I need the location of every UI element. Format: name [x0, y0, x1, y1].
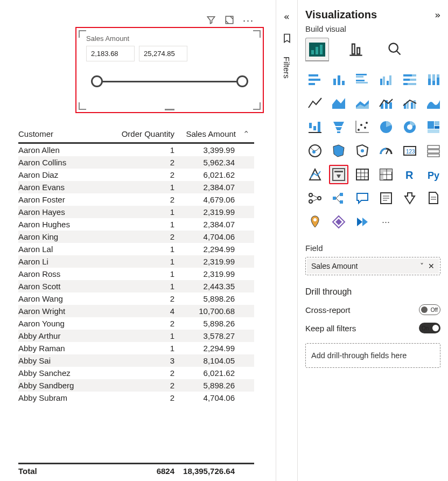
matrix-icon[interactable]: [376, 165, 396, 184]
slicer-max-input[interactable]: [139, 46, 187, 61]
table-row[interactable]: Abby Arthur13,578.27: [18, 330, 254, 342]
slicer-icon[interactable]: [329, 165, 348, 184]
arcgis-icon[interactable]: [305, 212, 325, 232]
waterfall-icon[interactable]: [305, 117, 325, 137]
keep-filters-toggle[interactable]: On: [419, 323, 440, 333]
table-row[interactable]: Aaron Young25,898.26: [18, 317, 254, 330]
slicer-handle-max[interactable]: [236, 75, 248, 87]
filled-map-icon[interactable]: [329, 141, 348, 161]
goals-icon[interactable]: [400, 189, 419, 208]
power-apps-icon[interactable]: [329, 212, 348, 232]
card-icon[interactable]: 123: [400, 141, 419, 161]
table-row[interactable]: Aaron Wright410,700.68: [18, 305, 254, 317]
table-row[interactable]: Abby Subram24,704.06: [18, 392, 254, 404]
table-row[interactable]: Abby Raman12,294.99: [18, 342, 254, 354]
slicer-handle-min[interactable]: [91, 75, 103, 87]
table-visual[interactable]: Customer Order Quantity Sales Amount ⌃ A…: [18, 129, 254, 476]
python-visual-icon[interactable]: Py: [424, 165, 443, 184]
field-well[interactable]: Sales Amount ˅ ✕: [305, 257, 440, 275]
r-visual-icon[interactable]: R: [400, 165, 419, 184]
table-row[interactable]: Aaron Diaz26,021.62: [18, 169, 254, 181]
paginated-report-icon[interactable]: [424, 189, 443, 208]
table-row[interactable]: Abby Sandberg25,898.26: [18, 379, 254, 392]
collapse-left-icon[interactable]: «: [284, 11, 290, 22]
col-header-customer[interactable]: Customer: [18, 129, 110, 139]
selection-handle-br[interactable]: [253, 102, 261, 110]
kpi-icon[interactable]: [305, 165, 325, 184]
table-row[interactable]: Aaron Lal12,294.99: [18, 243, 254, 255]
stacked-area-icon[interactable]: [353, 94, 372, 113]
svg-marker-106: [335, 219, 342, 225]
analytics-tab[interactable]: [383, 38, 407, 61]
100-stacked-column-icon[interactable]: [424, 70, 443, 89]
table-row[interactable]: Aaron King24,704.06: [18, 231, 254, 243]
slicer-min-input[interactable]: [86, 46, 135, 61]
funnel-chart-icon[interactable]: [329, 117, 348, 137]
decomposition-tree-icon[interactable]: [329, 189, 348, 208]
qna-icon[interactable]: [353, 189, 372, 208]
col-header-sales[interactable]: Sales Amount: [174, 129, 238, 139]
table-row[interactable]: Aaron Hayes12,319.99: [18, 206, 254, 218]
map-icon[interactable]: [305, 141, 325, 161]
bookmark-icon[interactable]: [282, 33, 292, 46]
cross-report-toggle[interactable]: Off: [419, 304, 440, 315]
table-row[interactable]: Aaron Allen13,399.99: [18, 144, 254, 156]
ribbon-chart-icon[interactable]: [424, 94, 443, 113]
line-chart-icon[interactable]: [305, 94, 325, 113]
table-row[interactable]: Aaron Collins25,962.34: [18, 156, 254, 169]
svg-line-96: [336, 194, 340, 198]
line-clustered-column-icon[interactable]: [400, 94, 419, 113]
key-influencers-icon[interactable]: [305, 189, 325, 208]
col-header-qty[interactable]: Order Quantity: [110, 129, 174, 139]
table-icon[interactable]: [353, 165, 372, 184]
slicer-track[interactable]: [97, 74, 242, 90]
table-row[interactable]: Aaron Li12,319.99: [18, 255, 254, 268]
slicer-visual[interactable]: Sales Amount: [75, 27, 264, 113]
table-row[interactable]: Abby Sanchez26,021.62: [18, 367, 254, 379]
funnel-icon[interactable]: [206, 15, 216, 27]
table-row[interactable]: Aaron Evans12,384.07: [18, 181, 254, 193]
table-row[interactable]: Aaron Ross12,319.99: [18, 268, 254, 280]
table-row[interactable]: Aaron Foster24,679.06: [18, 193, 254, 206]
svg-rect-3: [316, 47, 318, 54]
selection-handle-bl[interactable]: [79, 102, 86, 110]
gauge-icon[interactable]: [376, 141, 396, 161]
clustered-bar-icon[interactable]: [353, 70, 372, 89]
get-more-visuals-icon[interactable]: ···: [376, 212, 396, 232]
clustered-column-icon[interactable]: [376, 70, 396, 89]
table-row[interactable]: Aaron Scott12,443.35: [18, 280, 254, 292]
treemap-icon[interactable]: [424, 117, 443, 137]
table-row[interactable]: Abby Sai38,104.05: [18, 354, 254, 367]
focus-icon[interactable]: [225, 15, 234, 27]
selection-handle-tl[interactable]: [79, 30, 86, 38]
area-chart-icon[interactable]: [329, 94, 348, 113]
svg-rect-29: [428, 74, 431, 79]
svg-point-104: [313, 218, 317, 221]
multi-row-card-icon[interactable]: [424, 141, 443, 161]
cell-qty: 2: [110, 294, 174, 303]
remove-field-icon[interactable]: ✕: [428, 262, 435, 270]
field-chip[interactable]: Sales Amount ˅ ✕: [307, 259, 439, 274]
expand-caret-icon[interactable]: ⌃: [238, 129, 254, 139]
table-row[interactable]: Aaron Hughes12,384.07: [18, 218, 254, 231]
line-stacked-column-icon[interactable]: [376, 94, 396, 113]
stacked-column-icon[interactable]: [329, 70, 348, 89]
selection-handle-tr[interactable]: [253, 30, 261, 38]
filters-pane-collapsed[interactable]: « Filters: [276, 0, 297, 481]
table-row[interactable]: Aaron Wang25,898.26: [18, 292, 254, 305]
100-stacked-bar-icon[interactable]: [400, 70, 419, 89]
stacked-bar-icon[interactable]: [305, 70, 325, 89]
smart-narrative-icon[interactable]: [376, 189, 396, 208]
donut-chart-icon[interactable]: [400, 117, 419, 137]
drill-through-dropzone[interactable]: Add drill-through fields here: [305, 343, 440, 368]
scatter-chart-icon[interactable]: [353, 117, 372, 137]
expand-right-icon[interactable]: »: [435, 9, 440, 20]
build-visual-tab[interactable]: [305, 38, 329, 61]
chevron-down-icon[interactable]: ˅: [420, 262, 424, 270]
power-automate-icon[interactable]: [353, 212, 372, 232]
shape-map-icon[interactable]: [353, 141, 372, 161]
pie-chart-icon[interactable]: [376, 117, 396, 137]
selection-handle-bottom[interactable]: [165, 109, 174, 110]
more-icon[interactable]: ···: [243, 15, 254, 27]
format-visual-tab[interactable]: [344, 38, 368, 61]
